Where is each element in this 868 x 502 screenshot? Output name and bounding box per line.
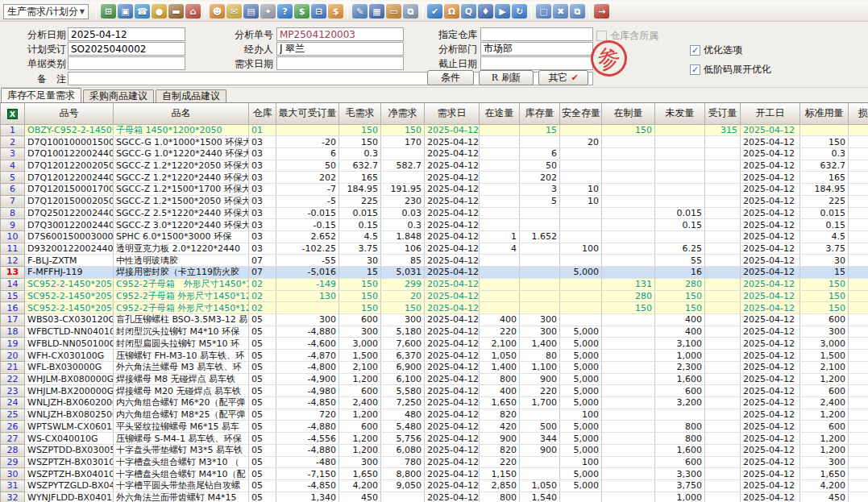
excel-export-icon[interactable]: X <box>7 109 18 119</box>
money-icon[interactable]: $ <box>294 4 309 19</box>
column-header[interactable]: 品号 <box>25 103 114 124</box>
table-row[interactable]: 15SC952-2-1450*2050-1C952-2子母箱 外形尺寸1450*… <box>1 290 868 302</box>
column-header[interactable]: 需求日 <box>425 103 480 124</box>
monitor-pointer-icon[interactable]: ▶ <box>495 4 510 19</box>
key-icon[interactable]: ✦ <box>260 4 276 19</box>
column-header[interactable]: 最大可受订量 <box>276 103 339 124</box>
table-row[interactable]: 12F-BLJ-ZXTM中性透明玻璃胶07-5530852025-04-1255… <box>1 255 868 267</box>
card-icon[interactable]: ▤ <box>243 4 259 19</box>
table-row[interactable]: 19WFBLD-NN050100G封闭型扁圆头拉铆钉 M5*10 环05-4,6… <box>1 338 868 350</box>
table-row[interactable]: 26WPTSWLM-CX060150G平头竖纹拉铆螺母 M6*15 易车05-4… <box>1 421 868 433</box>
table-row[interactable]: 24WNLJZH-BX060200G内六角组合螺钉 M6*20（配平弹05-4,… <box>1 397 868 409</box>
doc-type-input[interactable] <box>68 56 185 70</box>
table-row[interactable]: 18WFBCTLD-NN040100G封闭型沉头拉铆钉 M4*10 环保05-4… <box>1 326 868 338</box>
drawer-icon[interactable]: ▭ <box>386 4 401 19</box>
alert-bell-icon[interactable]: Ω <box>444 4 459 19</box>
column-header[interactable]: 损耗量 <box>849 103 868 124</box>
users-icon[interactable]: ☻ <box>210 4 225 19</box>
column-header[interactable]: 品名 <box>114 103 249 124</box>
lock-key-icon[interactable]: ● <box>152 4 167 19</box>
table-row[interactable]: 30WSZPTZH-BX040100G十字槽盘头组合螺钉 M4*10（配05-7… <box>1 468 868 480</box>
column-header[interactable]: 开工日 <box>741 103 800 124</box>
low-level-code-expand-checkbox[interactable]: ✓ 低阶码展开优化 <box>690 63 771 77</box>
analysis-date-input[interactable] <box>68 27 185 41</box>
optimize-option-checkbox[interactable]: ✓ 优化选项 <box>690 44 742 57</box>
cell: 184.95 <box>339 184 381 196</box>
table-row[interactable]: 14SC952-2-1450*2050-1C952-2子母箱 外形尺寸1450*… <box>1 278 868 290</box>
table-row[interactable]: 17WBS03-CX030120G盲孔压铆螺柱 BSO-3.5M3-12 易05… <box>1 314 868 326</box>
column-header[interactable]: 仓库 <box>249 103 276 124</box>
analysis-dept-input[interactable] <box>480 42 593 56</box>
table-row[interactable]: 11D932001220024400G透明亚克力板 2.0*1220*24400… <box>1 243 868 255</box>
table-row[interactable]: 2D7Q1001000015000GSGCC-G 1.0*1000*1500 环… <box>1 136 868 148</box>
checkbox-box[interactable]: ✓ <box>690 64 700 75</box>
deadline-input[interactable] <box>480 56 593 70</box>
column-header[interactable]: 受订量 <box>705 103 741 124</box>
cart-icon[interactable]: ⊟ <box>311 4 326 19</box>
message-icon[interactable]: ✉ <box>226 4 242 19</box>
exit-door-icon[interactable]: → <box>594 4 609 19</box>
analysis-no-input[interactable] <box>276 27 404 41</box>
doc-search-icon[interactable]: Q <box>461 4 476 19</box>
refresh-icon[interactable]: ↻ <box>512 4 527 19</box>
help-icon[interactable]: ? <box>277 4 293 19</box>
checkbox-box[interactable]: ✓ <box>690 45 700 56</box>
cascade-windows-icon[interactable]: ⧉ <box>570 4 585 19</box>
column-header[interactable]: 未发量 <box>655 103 705 124</box>
column-header[interactable]: 净需求 <box>381 103 425 124</box>
column-header[interactable]: 在制量 <box>602 103 655 124</box>
table-row[interactable]: 23WHJLM-BX200000G焊接螺母 M20 无碰焊点 易车铁05-4,9… <box>1 385 868 397</box>
briefcase-icon[interactable]: ▬ <box>168 4 184 19</box>
select-all-header[interactable]: X <box>1 103 25 124</box>
table-row[interactable]: 32WYNJFLDD-BX040150G外六角法兰面带齿螺钉 M4*15051,… <box>1 492 868 502</box>
table-row[interactable]: 7D7Q1201500020500GSGCC-Z 1.2*1500*2050 环… <box>1 195 868 207</box>
column-header[interactable]: 安全存量 <box>560 103 602 124</box>
plan-order-input[interactable] <box>68 42 185 56</box>
column-header[interactable]: 库存量 <box>520 103 560 124</box>
copy-pages-icon[interactable]: ⧉ <box>403 4 418 19</box>
report-icon[interactable]: ✎ <box>352 4 368 19</box>
tab-stock-shortage-demand[interactable]: 库存不足量需求 <box>1 88 81 102</box>
column-header[interactable]: 在途量 <box>480 103 520 124</box>
demand-date-input[interactable] <box>276 56 404 70</box>
table-row[interactable]: 13F-MFFHJ-119焊接用密封胶（卡立119防火胶07-5,016155,… <box>1 267 868 279</box>
column-header[interactable]: 标准用量 <box>800 103 849 124</box>
table-row[interactable]: 31WSZPYTZGLD-BX04015(十字槽平圆头带垫燕尾钻自攻螺05-4,… <box>1 480 868 492</box>
table-row[interactable]: 3D7Q1001220024400GSGCC-G 1.0*1220*2440 环… <box>1 147 868 160</box>
table-row[interactable]: 25WNLJZH-BX080250G内六角组合螺钉 M8*25（配平弹05720… <box>1 409 868 421</box>
table-row[interactable]: 28WSZPTDD-BX030050G十字盘头带垫螺钉 M3*5 易车铁05-4… <box>1 444 868 456</box>
network-icon[interactable]: ♦ <box>478 4 493 19</box>
table-row[interactable]: 6D7Q1201500017000GSGCC-Z 1.2*1500*1700 环… <box>1 184 868 196</box>
module-dropdown[interactable]: 生产需求/计划分 ▼ <box>3 4 89 19</box>
table-row[interactable]: 27WS-CX040010G压铆螺母 S-M4-1 易车铁、环保05-4,556… <box>1 433 868 445</box>
table-row[interactable]: 22WHJLM-BX080000G焊接螺母 M8 无碰焊点 易车铁05-4,90… <box>1 373 868 385</box>
table-row[interactable]: 9D7Q3001220024400GSGCC-Z 3.0*1220*2440 环… <box>1 219 868 231</box>
table-row[interactable]: 20WFH-CX030100G压铆螺钉 FH-M3-10 易车铁、环05-4,8… <box>1 350 868 362</box>
table-row[interactable]: 4D7Q1201220020500GSGCC-Z 1.2*1220*2050 环… <box>1 160 868 172</box>
org-tree-icon[interactable]: ⊞ <box>101 4 116 19</box>
table-row[interactable]: 21WFL-BX030000G外六角法兰螺母 M3 易车铁、环05-4,8002… <box>1 361 868 373</box>
home-icon[interactable]: ⌂ <box>185 4 201 19</box>
tab-self-made-suggestion[interactable]: 自制成品建议 <box>156 89 226 102</box>
table-row[interactable]: 5D7Q1201220024400GSGCC-Z 1.2*1220*2440 环… <box>1 172 868 184</box>
table-row[interactable]: 8D7Q2501220024400GSGCC-Z 2.5*1220*2440 环… <box>1 207 868 219</box>
column-header[interactable]: 毛需求 <box>339 103 381 124</box>
calculator-icon[interactable]: ▦ <box>369 4 384 19</box>
person-money-icon[interactable]: $ <box>328 4 343 19</box>
refresh-button[interactable]: R 刷新 <box>479 70 534 85</box>
table-row[interactable]: 1OBZY-C952-2-1450*2(子母箱 1450*1200*205001… <box>1 124 868 136</box>
close-window-icon[interactable]: ✖ <box>553 4 568 19</box>
designated-warehouse-input[interactable] <box>480 27 593 41</box>
other-button[interactable]: 其它 ✔ <box>538 70 588 85</box>
operator-input[interactable] <box>276 42 404 56</box>
table-row[interactable]: 16SC952-2-1450*2050-1C952-2子母箱 外形尺寸1450*… <box>1 302 868 314</box>
condition-button[interactable]: 条件 <box>427 70 474 85</box>
monitor-icon[interactable]: ▣ <box>118 4 133 19</box>
table-row[interactable]: 29WSZPTZH-BX030100G十字槽盘头组合螺钉 M3*10 （05-4… <box>1 456 868 468</box>
analysis-dept-label: 分析部门 <box>430 43 477 56</box>
window-icon[interactable]: ▢ <box>536 4 551 19</box>
tab-purchase-suggestion[interactable]: 采购商品建议 <box>83 89 154 102</box>
table-row[interactable]: 10D7S6001500030000GSPHC 6.0*1500*3000 环保… <box>1 230 868 243</box>
approve-check-icon[interactable]: ✔ <box>427 4 442 19</box>
phone-icon[interactable]: ☎ <box>135 4 150 19</box>
